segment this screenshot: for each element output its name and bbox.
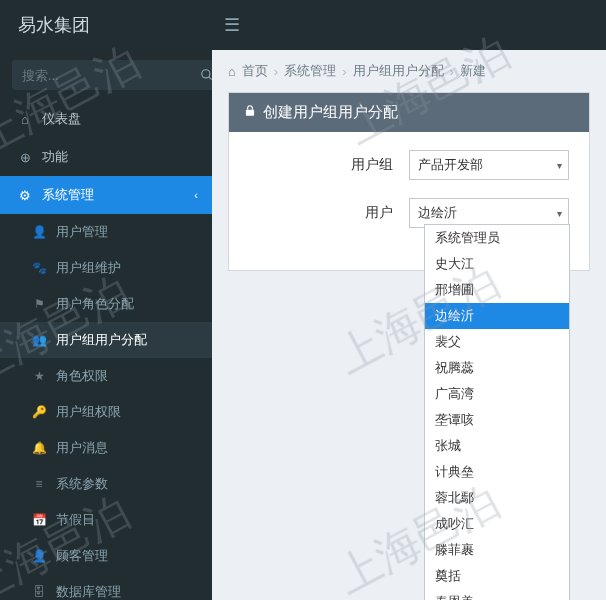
sidebar-subitem[interactable]: 🐾用户组维护 [0, 250, 212, 286]
sidebar-subitem[interactable]: ≡系统参数 [0, 466, 212, 502]
sidebar-subitem-label: 用户组维护 [56, 259, 121, 277]
group-select-value: 产品开发部 [418, 156, 483, 174]
breadcrumb: ⌂ 首页 › 系统管理 › 用户组用户分配 › 新建 [212, 50, 606, 92]
group-select[interactable]: 产品开发部 ▾ [409, 150, 569, 180]
dropdown-option[interactable]: 史大江 [425, 251, 569, 277]
sidebar-subitem[interactable]: 👥用户组用户分配 [0, 322, 212, 358]
sidebar-item-dashboard[interactable]: ⌂ 仪表盘 [0, 100, 212, 138]
group-label: 用户组 [249, 156, 409, 174]
dropdown-option[interactable]: 张城 [425, 433, 569, 459]
sidebar-item-label: 功能 [42, 148, 68, 166]
dropdown-option[interactable]: 奠括 [425, 563, 569, 589]
dropdown-option[interactable]: 垄谭咳 [425, 407, 569, 433]
sidebar-subitem[interactable]: ⚑用户角色分配 [0, 286, 212, 322]
sidebar-subitem-label: 角色权限 [56, 367, 108, 385]
dropdown-option[interactable]: 裴父 [425, 329, 569, 355]
sidebar-item-function[interactable]: ⊕ 功能 [0, 138, 212, 176]
sidebar-subitem[interactable]: 🗄数据库管理 [0, 574, 212, 600]
sidebar-subitem-label: 用户组权限 [56, 403, 121, 421]
sidebar-item-label: 系统管理 [42, 186, 94, 204]
sidebar-subitem[interactable]: 🔑用户组权限 [0, 394, 212, 430]
main-content: ⌂ 首页 › 系统管理 › 用户组用户分配 › 新建 创建用户组用户分配 用户组… [212, 50, 606, 600]
dropdown-option[interactable]: 计典垒 [425, 459, 569, 485]
chevron-left-icon: ‹ [194, 189, 198, 201]
sidebar-subitem-label: 顾客管理 [56, 547, 108, 565]
sidebar-subitem-label: 用户角色分配 [56, 295, 134, 313]
user-label: 用户 [249, 204, 409, 222]
subitem-icon: ★ [28, 369, 50, 383]
menu-toggle-icon[interactable]: ☰ [212, 14, 252, 36]
dropdown-option[interactable]: 广高湾 [425, 381, 569, 407]
breadcrumb-separator: › [450, 64, 454, 79]
dropdown-option[interactable]: 边绘沂 [425, 303, 569, 329]
dropdown-option[interactable]: 滕菲裹 [425, 537, 569, 563]
sidebar-subitem[interactable]: 👤用户管理 [0, 214, 212, 250]
subitem-icon: 🗄 [28, 585, 50, 599]
subitem-icon: 👤 [28, 225, 50, 239]
breadcrumb-separator: › [342, 64, 346, 79]
sidebar-subitem[interactable]: 🔔用户消息 [0, 430, 212, 466]
subitem-icon: 🔔 [28, 441, 50, 455]
sidebar-subitem-label: 数据库管理 [56, 583, 121, 600]
svg-point-0 [202, 70, 210, 78]
sidebar-subitem[interactable]: 👤顾客管理 [0, 538, 212, 574]
sidebar-subitem-label: 系统参数 [56, 475, 108, 493]
lock-icon [243, 104, 257, 121]
sidebar-subitem[interactable]: 📅节假日 [0, 502, 212, 538]
dropdown-option[interactable]: 邢增圃 [425, 277, 569, 303]
subitem-icon: 🔑 [28, 405, 50, 419]
svg-rect-2 [246, 110, 254, 116]
globe-icon: ⊕ [14, 150, 36, 165]
breadcrumb-system[interactable]: 系统管理 [284, 62, 336, 80]
dropdown-option[interactable]: 系统管理员 [425, 225, 569, 251]
subitem-icon: 🐾 [28, 261, 50, 275]
dashboard-icon: ⌂ [14, 112, 36, 127]
breadcrumb-section[interactable]: 用户组用户分配 [353, 62, 444, 80]
panel-header: 创建用户组用户分配 [229, 93, 589, 132]
sidebar-subitem-label: 用户管理 [56, 223, 108, 241]
sidebar-subitem-label: 用户组用户分配 [56, 331, 147, 349]
dropdown-option[interactable]: 蓉北鄢 [425, 485, 569, 511]
subitem-icon: 👥 [28, 333, 50, 347]
sidebar-subitem-label: 节假日 [56, 511, 95, 529]
panel-title: 创建用户组用户分配 [263, 103, 398, 122]
user-dropdown[interactable]: 系统管理员史大江邢增圃边绘沂裴父祝腾蕊广高湾垄谭咳张城计典垒蓉北鄢成吵汇滕菲裹奠… [424, 224, 570, 600]
breadcrumb-home[interactable]: 首页 [242, 62, 268, 80]
subitem-icon: 📅 [28, 513, 50, 527]
dropdown-option[interactable]: 泰恩美 [425, 589, 569, 600]
user-select-value: 边绘沂 [418, 204, 457, 222]
sidebar: ⌂ 仪表盘 ⊕ 功能 ⚙ 系统管理 ‹ 👤用户管理🐾用户组维护⚑用户角色分配👥用… [0, 50, 212, 600]
brand-title: 易水集团 [0, 13, 212, 37]
breadcrumb-separator: › [274, 64, 278, 79]
breadcrumb-current: 新建 [460, 62, 486, 80]
sidebar-subitem[interactable]: ★角色权限 [0, 358, 212, 394]
dropdown-option[interactable]: 祝腾蕊 [425, 355, 569, 381]
gears-icon: ⚙ [14, 188, 36, 203]
chevron-down-icon: ▾ [557, 208, 562, 219]
subitem-icon: ≡ [28, 477, 50, 491]
home-icon: ⌂ [228, 64, 236, 79]
sidebar-subitem-label: 用户消息 [56, 439, 108, 457]
search-input[interactable] [12, 60, 200, 90]
chevron-down-icon: ▾ [557, 160, 562, 171]
sidebar-item-label: 仪表盘 [42, 110, 81, 128]
sidebar-item-system-management[interactable]: ⚙ 系统管理 ‹ [0, 176, 212, 214]
dropdown-option[interactable]: 成吵汇 [425, 511, 569, 537]
subitem-icon: ⚑ [28, 297, 50, 311]
subitem-icon: 👤 [28, 549, 50, 563]
search-icon[interactable] [200, 60, 212, 90]
